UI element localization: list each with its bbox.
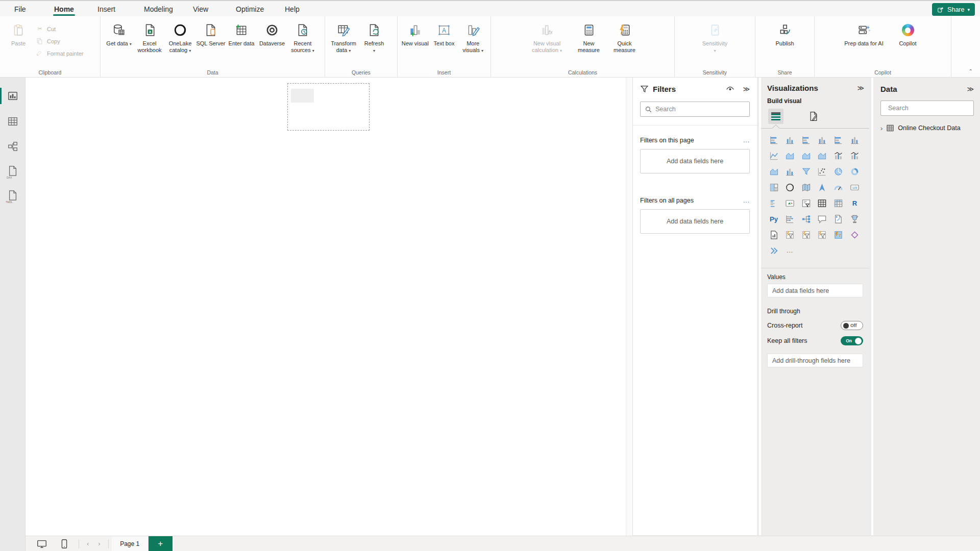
- visual-100-stacked-column-chart-icon[interactable]: [848, 134, 861, 146]
- collapse-ribbon-icon[interactable]: ⌃: [969, 68, 973, 74]
- excel-workbook-button[interactable]: Excel workbook: [134, 18, 165, 54]
- visual-kpi-icon[interactable]: [783, 197, 797, 209]
- sidebar-item-dax-query-view[interactable]: DAX: [0, 161, 26, 181]
- prep-data-for-ai-button[interactable]: Prep data for AI: [843, 18, 886, 47]
- copilot-button[interactable]: Copilot: [893, 18, 923, 47]
- visual-ribbon-chart-icon[interactable]: [767, 165, 780, 178]
- menu-home[interactable]: Home: [51, 2, 77, 17]
- transform-data-button[interactable]: Transform data ▾: [328, 18, 359, 54]
- filters-search-input[interactable]: [655, 106, 745, 113]
- add-page-button[interactable]: +: [149, 536, 173, 551]
- tab-build-visual[interactable]: [768, 109, 783, 124]
- visual-stacked-bar-chart-icon[interactable]: [767, 134, 780, 146]
- visual-smart-narrative-icon[interactable]: [832, 213, 845, 225]
- recent-sources-button[interactable]: Recent sources ▾: [287, 18, 318, 54]
- visual-line-chart-icon[interactable]: [767, 149, 780, 162]
- more-options-icon[interactable]: ...: [743, 197, 750, 204]
- visual-more-chevrons-icon[interactable]: [767, 244, 780, 257]
- paste-button[interactable]: Paste: [3, 18, 34, 47]
- visual-stacked-column-chart-icon[interactable]: [783, 134, 797, 146]
- more-options-icon[interactable]: ...: [743, 137, 750, 144]
- visual-power-automate-icon[interactable]: [783, 229, 797, 241]
- menu-view[interactable]: View: [190, 2, 211, 17]
- sensitivity-button[interactable]: Sensitivity▾: [694, 18, 737, 54]
- menu-help[interactable]: Help: [282, 2, 303, 17]
- filters-page-dropzone[interactable]: Add data fields here: [640, 149, 750, 173]
- sidebar-item-report-view[interactable]: [0, 86, 26, 106]
- tab-format-visual[interactable]: [806, 109, 821, 124]
- menu-modeling[interactable]: Modeling: [141, 2, 176, 17]
- data-table-row[interactable]: › Online Checkout Data: [880, 124, 974, 132]
- expand-chevron-icon[interactable]: ›: [880, 124, 883, 132]
- visual-ai-funnel-2-icon[interactable]: [799, 229, 813, 241]
- quick-measure-button[interactable]: Quick measure: [609, 18, 640, 54]
- visual-paginated-report-icon[interactable]: [767, 229, 780, 241]
- menu-optimize[interactable]: Optimize: [233, 2, 267, 17]
- visual-shapes-icon[interactable]: [848, 229, 861, 241]
- drill-through-dropzone[interactable]: Add drill-through fields here: [767, 354, 863, 367]
- visual-gauge-icon[interactable]: [832, 181, 845, 193]
- sidebar-item-tmdl-view[interactable]: TMDL: [0, 185, 26, 206]
- values-dropzone[interactable]: Add data fields here: [767, 284, 863, 297]
- visual-treemap-icon[interactable]: [767, 181, 780, 193]
- keep-all-filters-toggle[interactable]: On: [841, 336, 863, 345]
- menu-insert[interactable]: Insert: [94, 2, 118, 17]
- collapse-visualizations-icon[interactable]: ≫: [857, 84, 864, 92]
- refresh-button[interactable]: Refresh▾: [359, 18, 389, 54]
- cross-report-toggle[interactable]: Off: [841, 321, 863, 330]
- enter-data-button[interactable]: Enter data: [226, 18, 257, 47]
- visual-stacked-area-chart-icon[interactable]: [799, 149, 813, 162]
- publish-button[interactable]: Publish: [770, 18, 800, 47]
- visual-funnel-chart-icon[interactable]: [799, 165, 813, 178]
- sidebar-item-model-view[interactable]: [0, 136, 26, 157]
- visual-decomposition-tree-icon[interactable]: [799, 213, 813, 225]
- new-visual-calculation-button[interactable]: New visual calculation ▾: [526, 18, 569, 54]
- visual-metrics-icon[interactable]: [848, 213, 861, 225]
- menu-file[interactable]: File: [11, 2, 29, 17]
- visual-donut-chart-icon[interactable]: [848, 165, 861, 178]
- mobile-layout-icon[interactable]: [53, 538, 76, 549]
- filters-all-pages-dropzone[interactable]: Add data fields here: [640, 209, 750, 234]
- desktop-layout-icon[interactable]: [31, 538, 53, 549]
- eye-icon[interactable]: [726, 85, 734, 93]
- visual-multi-row-card-icon[interactable]: [767, 197, 780, 209]
- visual-clustered-bar-chart-icon[interactable]: [799, 134, 813, 146]
- canvas-scrollbar[interactable]: [626, 78, 632, 536]
- visual-map-icon[interactable]: [783, 181, 797, 193]
- placeholder-visual[interactable]: [287, 83, 370, 131]
- copy-button[interactable]: Copy: [34, 36, 86, 46]
- visual-q-and-a-icon[interactable]: [816, 213, 829, 225]
- visual-area-chart-icon[interactable]: [783, 149, 797, 162]
- visual-power-apps-icon[interactable]: [832, 229, 845, 241]
- get-more-visuals-icon[interactable]: ...: [783, 244, 797, 257]
- format-painter-button[interactable]: Format painter: [34, 48, 86, 59]
- dataverse-button[interactable]: Dataverse: [257, 18, 287, 47]
- visual-slicer-icon[interactable]: [799, 197, 813, 209]
- get-data-button[interactable]: Get data ▾: [104, 18, 134, 47]
- more-visuals-button[interactable]: More visuals ▾: [458, 18, 487, 54]
- visual-filled-map-icon[interactable]: [799, 181, 813, 193]
- data-search-input[interactable]: [888, 105, 970, 112]
- visual-ai-funnel-3-icon[interactable]: [816, 229, 829, 241]
- collapse-filters-icon[interactable]: ≫: [743, 85, 750, 93]
- sql-server-button[interactable]: SQL Server: [195, 18, 226, 47]
- visual-100-stacked-bar-chart-icon[interactable]: [832, 134, 845, 146]
- visual-waterfall-chart-icon[interactable]: [783, 165, 797, 178]
- visual-key-influencers-icon[interactable]: [783, 213, 797, 225]
- visual-matrix-icon[interactable]: [832, 197, 845, 209]
- visual-100-stacked-area-chart-icon[interactable]: [816, 149, 829, 162]
- visual-python-icon[interactable]: Py: [767, 213, 780, 225]
- new-visual-button[interactable]: New visual: [401, 18, 430, 47]
- visual-line-and-clustered-column-icon[interactable]: [848, 149, 861, 162]
- next-page-icon[interactable]: ›: [93, 540, 105, 547]
- visual-clustered-column-chart-icon[interactable]: [816, 134, 829, 146]
- sidebar-item-table-view[interactable]: [0, 111, 26, 132]
- collapse-data-icon[interactable]: ≫: [967, 85, 974, 93]
- visual-card-icon[interactable]: [848, 181, 861, 193]
- share-button[interactable]: Share ▾: [932, 3, 975, 16]
- visual-r-script-icon[interactable]: R: [848, 197, 861, 209]
- previous-page-icon[interactable]: ‹: [82, 540, 93, 547]
- visual-azure-map-icon[interactable]: [816, 181, 829, 193]
- new-measure-button[interactable]: New measure: [574, 18, 604, 54]
- visual-table-icon[interactable]: [816, 197, 829, 209]
